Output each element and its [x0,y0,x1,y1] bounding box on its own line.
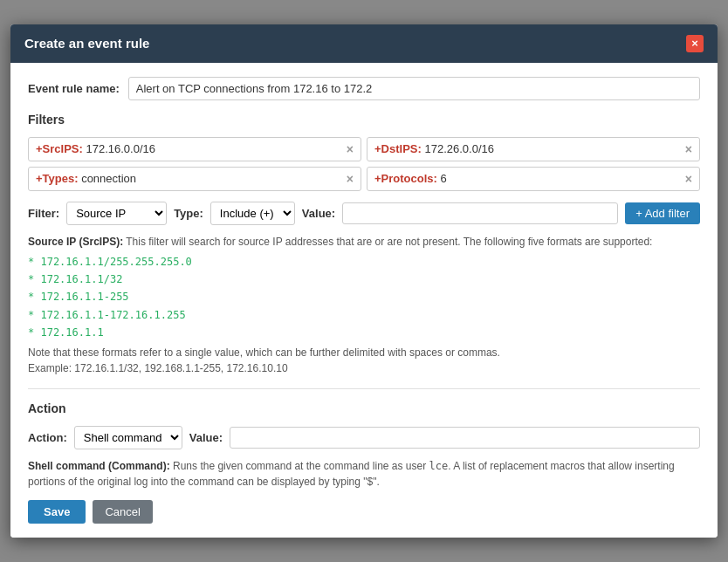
filter-tag-srcips-prefix: +SrcIPS: [36,142,86,155]
filter-tag-dstips-text: +DstIPS: 172.26.0.0/16 [374,142,678,155]
action-label: Action: [28,431,67,444]
filter-help-intro: This filter will search for source IP ad… [126,236,652,248]
modal-title: Create an event rule [24,36,149,51]
action-value-label: Value: [189,431,223,444]
filter-tag-srcips-remove[interactable]: × [347,142,354,156]
save-button[interactable]: Save [28,500,86,524]
action-help: Shell command (Command): Runs the given … [28,458,700,490]
filter-value-label: Value: [302,207,335,220]
filter-help-title: Source IP (SrcIPS): [28,236,123,248]
filter-help-code-1: * 172.16.1.1/255.255.255.0 [28,253,700,271]
filter-tag-dstips-remove[interactable]: × [685,142,692,156]
filter-help-note: Note that these formats refer to a singl… [28,345,700,376]
filter-value-input[interactable] [342,202,618,224]
action-row: Action: Shell command Email Syslog Value… [28,426,700,449]
modal-overlay: Create an event rule × Event rule name: … [10,24,718,538]
filter-help-code-2: * 172.16.1.1/32 [28,271,700,288]
filter-help-codes: * 172.16.1.1/255.255.255.0 * 172.16.1.1/… [28,253,700,342]
filter-type-label: Type: [174,207,203,220]
close-button[interactable]: × [686,35,704,52]
event-rule-name-row: Event rule name: [28,77,700,100]
add-filter-button[interactable]: + Add filter [625,202,700,224]
filter-tag-dstips-prefix: +DstIPS: [374,142,424,155]
filter-help-code-3: * 172.16.1.1-255 [28,288,700,305]
modal: Create an event rule × Event rule name: … [10,24,718,538]
filters-title: Filters [28,113,700,128]
filter-tag-srcips: +SrcIPS: 172.16.0.0/16 × [28,137,361,161]
filter-help-code-4: * 172.16.1.1-172.16.1.255 [28,306,700,324]
section-divider [28,388,700,389]
action-title: Action [28,401,700,417]
filter-tag-dstips: +DstIPS: 172.26.0.0/16 × [367,137,700,161]
filter-tag-types-text: +Types: connection [36,172,340,185]
filter-help-note-text: Note that these formats refer to a singl… [28,346,500,359]
filter-help-text: Source IP (SrcIPS): This filter will sea… [28,234,700,250]
action-value-input[interactable] [230,427,700,449]
filter-help-code-5: * 172.16.1.1 [28,324,700,341]
filter-tag-protocols: +Protocols: 6 × [367,167,700,191]
filter-tag-protocols-text: +Protocols: 6 [374,172,678,185]
filter-tag-srcips-text: +SrcIPS: 172.16.0.0/16 [36,142,340,155]
filter-label: Filter: [28,207,59,220]
filter-include-select[interactable]: Include (+) Exclude (-) [210,202,295,225]
button-row: Save Cancel [28,500,700,524]
filter-row: Filter: Source IP Destination IP Types P… [28,202,700,225]
filter-type-select[interactable]: Source IP Destination IP Types Protocols [66,202,167,225]
action-help-title: Shell command (Command): [28,460,170,472]
filter-tag-types-prefix: +Types: [36,172,81,185]
filter-tag-protocols-remove[interactable]: × [685,172,692,186]
cancel-button[interactable]: Cancel [93,500,152,524]
modal-body: Event rule name: Filters +SrcIPS: 172.16… [10,63,718,538]
action-select[interactable]: Shell command Email Syslog [74,426,182,449]
event-rule-name-input[interactable] [128,77,700,100]
filter-tag-protocols-prefix: +Protocols: [374,172,441,185]
filter-help-example: Example: 172.16.1.1/32, 192.168.1.1-255,… [28,362,288,374]
event-rule-name-label: Event rule name: [28,82,120,95]
filter-tags-grid: +SrcIPS: 172.16.0.0/16 × +DstIPS: 172.26… [28,137,700,191]
filter-tag-types: +Types: connection × [28,167,361,191]
modal-header: Create an event rule × [10,24,718,63]
filter-tag-types-remove[interactable]: × [347,172,354,186]
